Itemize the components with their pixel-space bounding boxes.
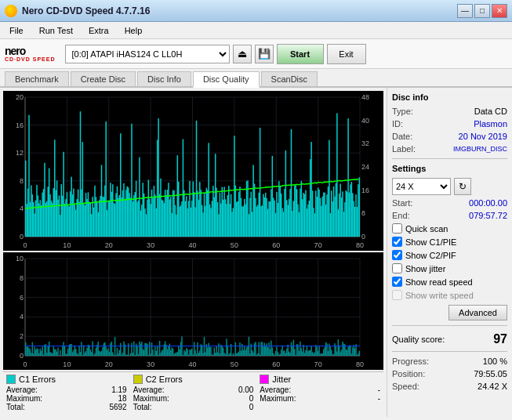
show-jitter-row: Show jitter xyxy=(392,263,507,273)
c1-total-value: 5692 xyxy=(100,403,127,411)
position-row: Position: 79:55.05 xyxy=(392,369,507,378)
disc-id-label: ID: xyxy=(392,119,403,129)
c1-color-box xyxy=(6,375,16,384)
progress-row: Progress: 100 % xyxy=(392,357,507,366)
c2-total-label: Total: xyxy=(133,403,152,411)
start-value: 000:00.00 xyxy=(469,198,507,208)
show-c2-row: Show C2/PIF xyxy=(392,250,507,260)
disc-label-value: IMGBURN_DISC xyxy=(453,145,507,153)
main-chart xyxy=(3,91,383,251)
speed-select-row: 24 X 8 X 16 X 32 X MAX ↻ xyxy=(392,178,507,195)
divider-1 xyxy=(392,158,507,159)
nero-logo: nero CD·DVD SPEED xyxy=(5,45,56,62)
toolbar: nero CD·DVD SPEED [0:0] ATAPI iHAS124 C … xyxy=(0,39,512,69)
menu-file[interactable]: File xyxy=(3,24,30,37)
minimize-button[interactable]: — xyxy=(457,4,473,18)
c1-max-value: 18 xyxy=(100,394,127,403)
end-time-row: End: 079:57.72 xyxy=(392,211,507,220)
main-content: C1 Errors Average: 1.19 Maximum: 18 Tota… xyxy=(0,88,512,417)
title-bar: Nero CD-DVD Speed 4.7.7.16 — □ ✕ xyxy=(0,0,512,22)
progress-label: Progress: xyxy=(392,357,429,366)
nero-logo-text: nero xyxy=(5,45,56,56)
disc-id-row: ID: Plasmon xyxy=(392,119,507,129)
c2-label: C2 Errors xyxy=(146,375,183,384)
end-label: End: xyxy=(392,211,410,220)
chart-area: C1 Errors Average: 1.19 Maximum: 18 Tota… xyxy=(0,88,387,417)
c2-color-box xyxy=(133,375,143,384)
jitter-color-box xyxy=(260,375,269,384)
menu-run-test[interactable]: Run Test xyxy=(33,24,79,37)
show-c1-label: Show C1/PIE xyxy=(405,237,456,247)
tab-scan-disc[interactable]: ScanDisc xyxy=(261,71,318,86)
title-bar-left: Nero CD-DVD Speed 4.7.7.16 xyxy=(5,5,150,17)
eject-icon[interactable]: ⏏ xyxy=(233,45,252,63)
c1-avg-value: 1.19 xyxy=(100,386,127,394)
disc-label-row: Label: IMGBURN_DISC xyxy=(392,144,507,154)
tab-disc-info[interactable]: Disc Info xyxy=(137,71,191,86)
position-value: 79:55.05 xyxy=(474,369,507,378)
c2-max-label: Maximum: xyxy=(133,394,169,403)
show-jitter-label: Show jitter xyxy=(405,264,445,273)
small-chart-canvas xyxy=(3,252,383,370)
small-chart xyxy=(3,252,383,370)
c2-avg-label: Average: xyxy=(133,386,165,394)
disc-type-label: Type: xyxy=(392,107,413,116)
menu-bar: File Run Test Extra Help xyxy=(0,22,512,39)
c1-total-label: Total: xyxy=(6,403,25,411)
disc-date-label: Date: xyxy=(392,132,412,141)
show-read-label: Show read speed xyxy=(405,277,473,287)
disc-date-value: 20 Nov 2019 xyxy=(459,132,507,141)
start-label: Start: xyxy=(392,198,412,208)
advanced-button[interactable]: Advanced xyxy=(448,305,507,320)
start-time-row: Start: 000:00.00 xyxy=(392,198,507,208)
close-button[interactable]: ✕ xyxy=(492,4,507,18)
show-read-checkbox[interactable] xyxy=(392,277,402,287)
legend-jitter: Jitter Average: - Maximum: - xyxy=(260,375,380,411)
jitter-max-label: Maximum: xyxy=(260,394,296,403)
divider-2 xyxy=(392,325,507,326)
drive-selector[interactable]: [0:0] ATAPI iHAS124 C LL0H xyxy=(65,45,230,63)
app-icon xyxy=(5,5,17,17)
c1-label: C1 Errors xyxy=(19,375,56,384)
speed-selector[interactable]: 24 X 8 X 16 X 32 X MAX xyxy=(392,178,451,195)
speed-value: 24.42 X xyxy=(478,382,507,391)
c2-max-value: 0 xyxy=(226,394,253,403)
show-c2-label: Show C2/PIF xyxy=(405,251,456,260)
tab-benchmark[interactable]: Benchmark xyxy=(5,71,69,86)
app-title: Nero CD-DVD Speed 4.7.7.16 xyxy=(22,5,150,16)
quality-score-row: Quality score: 97 xyxy=(392,332,507,346)
maximize-button[interactable]: □ xyxy=(474,4,490,18)
menu-extra[interactable]: Extra xyxy=(82,24,115,37)
disc-id-value: Plasmon xyxy=(474,119,507,129)
tabs: Benchmark Create Disc Disc Info Disc Qua… xyxy=(0,69,512,88)
quick-scan-label: Quick scan xyxy=(405,224,448,234)
save-icon[interactable]: 💾 xyxy=(255,45,274,63)
c1-max-label: Maximum: xyxy=(6,394,42,403)
tab-create-disc[interactable]: Create Disc xyxy=(71,71,136,86)
menu-help[interactable]: Help xyxy=(118,24,149,37)
refresh-icon[interactable]: ↻ xyxy=(454,178,471,195)
jitter-label: Jitter xyxy=(272,375,291,384)
tab-disc-quality[interactable]: Disc Quality xyxy=(193,71,260,88)
legend: C1 Errors Average: 1.19 Maximum: 18 Tota… xyxy=(3,371,383,414)
divider-3 xyxy=(392,351,507,352)
quick-scan-checkbox[interactable] xyxy=(392,223,402,234)
c2-total-value: 0 xyxy=(226,403,253,411)
end-value: 079:57.72 xyxy=(469,211,507,220)
show-write-row: Show write speed xyxy=(392,290,507,300)
show-write-checkbox[interactable] xyxy=(392,290,402,300)
jitter-avg-value: - xyxy=(353,386,380,394)
nero-logo-subtitle: CD·DVD SPEED xyxy=(5,56,56,62)
quick-scan-row: Quick scan xyxy=(392,223,507,234)
disc-info-title: Disc info xyxy=(392,92,507,102)
start-button[interactable]: Start xyxy=(277,44,324,64)
main-chart-canvas xyxy=(3,91,383,251)
show-c1-checkbox[interactable] xyxy=(392,237,402,247)
show-jitter-checkbox[interactable] xyxy=(392,263,402,273)
exit-button[interactable]: Exit xyxy=(327,44,366,64)
show-c1-row: Show C1/PIE xyxy=(392,237,507,247)
settings-title: Settings xyxy=(392,164,507,173)
show-c2-checkbox[interactable] xyxy=(392,250,402,260)
title-bar-controls: — □ ✕ xyxy=(457,4,507,18)
disc-type-row: Type: Data CD xyxy=(392,107,507,116)
